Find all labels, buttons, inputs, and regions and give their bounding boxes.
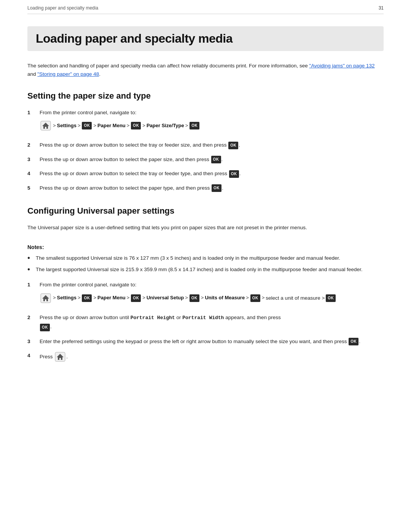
s2-step-2: 2 Press the up or down arrow button unti… — [27, 313, 384, 331]
notes-label: Notes: — [27, 244, 384, 250]
step-4-content: Press the up or down arrow button to sel… — [40, 169, 384, 178]
step-5-num: 5 — [27, 184, 38, 192]
s2-step-3-content: Enter the preferred settings using the k… — [40, 337, 384, 346]
nav-block-1: > Settings > OK > Paper Menu > OK > Pape… — [40, 120, 384, 131]
ok-btn-1c: OK — [190, 122, 199, 129]
step-2: 2 Press the up or down arrow button to s… — [27, 141, 384, 149]
bullet-text-2: The largest supported Universal size is … — [36, 265, 363, 274]
step-1: 1 From the printer control panel, naviga… — [27, 109, 384, 135]
section1-title: Setting the paper size and type — [27, 91, 384, 101]
ok-btn-5: OK — [212, 184, 221, 192]
step-5: 5 Press the up or down arrow button to s… — [27, 184, 384, 192]
page: Loading paper and specialty media 31 Loa… — [0, 0, 411, 532]
main-title-block: Loading paper and specialty media — [27, 26, 384, 51]
bullet-item-2: • The largest supported Universal size i… — [27, 265, 384, 274]
header-page-number: 31 — [379, 5, 384, 11]
s2-step-3-num: 3 — [27, 337, 38, 346]
s2-step-4: 4 Press . — [27, 351, 384, 362]
step-4-num: 4 — [27, 169, 38, 178]
bullet-item-1: • The smallest supported Universal size … — [27, 254, 384, 262]
s2-step-2-num: 2 — [27, 313, 38, 322]
ok-btn-s2-1d: OK — [250, 294, 260, 302]
nav-papermenu-2: Paper Menu — [97, 294, 126, 302]
code-portrait-width: Portrait Width — [182, 315, 224, 321]
nav-settings-2: Settings — [57, 294, 76, 302]
s2-step-3: 3 Enter the preferred settings using the… — [27, 337, 384, 346]
link-avoiding-jams[interactable]: "Avoiding jams" on page 132 — [309, 63, 374, 69]
step-1-text: From the printer control panel, navigate… — [40, 110, 136, 115]
code-portrait-height: Portrait Height — [131, 315, 175, 321]
ok-btn-s2-2: OK — [40, 324, 50, 331]
step-3-content: Press the up or down arrow button to sel… — [40, 155, 384, 164]
ok-btn-s2-3: OK — [349, 338, 358, 345]
intro-text-before-link1: The selection and handling of paper and … — [27, 63, 309, 69]
ok-btn-s2-1c: OK — [190, 294, 199, 302]
nav-select-unit: select a unit of measure > — [266, 294, 325, 302]
s2-step-1-num: 1 — [27, 281, 38, 289]
nav-chevron-1a: > — [53, 122, 56, 130]
nav-universal-setup: Universal Setup — [147, 294, 184, 302]
intro-paragraph: The selection and handling of paper and … — [27, 62, 384, 79]
s2-step-4-num: 4 — [27, 351, 38, 360]
home-icon-2 — [40, 293, 52, 304]
s2-step-1-text: From the printer control panel, navigate… — [40, 282, 136, 288]
step-1-content: From the printer control panel, navigate… — [40, 109, 384, 135]
intro-text-after: . — [99, 71, 100, 77]
s2-step-2-content: Press the up or down arrow button until … — [40, 313, 384, 331]
ok-btn-4: OK — [229, 170, 239, 178]
notes-bullet-list: • The smallest supported Universal size … — [27, 254, 384, 274]
section1-steps: 1 From the printer control panel, naviga… — [27, 109, 384, 192]
nav-settings-1: Settings — [57, 122, 76, 130]
ok-btn-3: OK — [211, 156, 221, 163]
nav-papersize-1: Paper Size/Type — [147, 122, 184, 130]
link-storing-paper[interactable]: "Storing paper" on page 48 — [37, 71, 99, 77]
ok-btn-s2-1e: OK — [326, 294, 336, 302]
ok-btn-2: OK — [228, 142, 238, 149]
step-3: 3 Press the up or down arrow button to s… — [27, 155, 384, 164]
ok-btn-s2-1a: OK — [82, 294, 92, 302]
nav-block-2: > Settings > OK > Paper Menu > OK > Univ… — [40, 293, 384, 304]
s2-step-1: 1 From the printer control panel, naviga… — [27, 281, 384, 307]
nav-units-of-measure: Units of Measure — [205, 294, 245, 302]
s2-step-1-content: From the printer control panel, navigate… — [40, 281, 384, 307]
page-title: Loading paper and specialty media — [36, 32, 375, 46]
step-1-num: 1 — [27, 109, 38, 117]
nav-papermenu-1: Paper Menu — [97, 122, 126, 130]
step-3-num: 3 — [27, 155, 38, 164]
section2: Configuring Universal paper settings The… — [27, 206, 384, 363]
bullet-dot-2: • — [27, 265, 34, 274]
ok-btn-1b: OK — [131, 122, 141, 129]
header-bar: Loading paper and specialty media 31 — [27, 0, 384, 14]
section2-title: Configuring Universal paper settings — [27, 206, 384, 216]
ok-btn-s2-1b: OK — [131, 294, 141, 302]
intro-text-between: and — [27, 71, 37, 77]
bullet-text-1: The smallest supported Universal size is… — [36, 254, 340, 262]
ok-btn-1a: OK — [82, 122, 92, 129]
home-icon-3 — [54, 351, 66, 362]
section2-steps: 1 From the printer control panel, naviga… — [27, 281, 384, 362]
step-2-num: 2 — [27, 141, 38, 149]
s2-step-4-content: Press . — [40, 351, 384, 362]
s2-step-4-press-label: Press — [40, 354, 54, 359]
step-4: 4 Press the up or down arrow button to s… — [27, 169, 384, 178]
header-left-text: Loading paper and specialty media — [27, 5, 98, 11]
bullet-dot-1: • — [27, 253, 34, 262]
s2-step-4-period: . — [66, 354, 68, 359]
section2-intro: The Universal paper size is a user-defin… — [27, 224, 384, 232]
step-2-content: Press the up or down arrow button to sel… — [40, 141, 384, 149]
home-icon-1 — [40, 120, 52, 131]
step-5-content: Press the up or down arrow button to sel… — [40, 184, 384, 192]
